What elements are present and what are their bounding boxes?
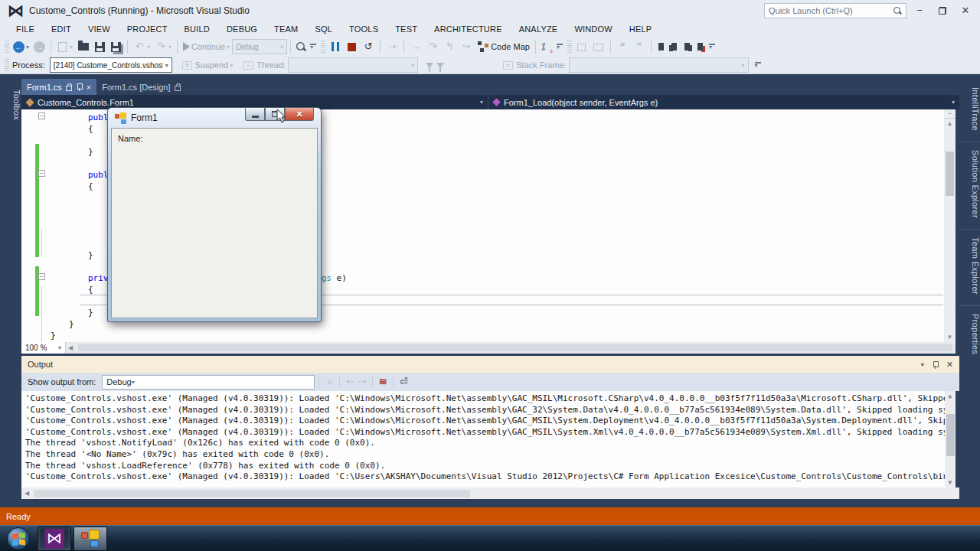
undo-button[interactable]: ↶▾ [131, 38, 152, 55]
scroll-up-icon[interactable]: ▲ [945, 391, 956, 401]
close-button[interactable]: ✕ [956, 2, 975, 19]
step-over-button[interactable]: ↷ [424, 38, 441, 55]
scroll-down-icon[interactable]: ▼ [944, 332, 956, 342]
close-tab-icon[interactable]: × [87, 83, 91, 92]
output-log[interactable]: 'Custome_Controls.vshost.exe' (Managed (… [21, 391, 956, 487]
show-next-statement-button[interactable]: ⇢ [384, 38, 400, 55]
taskbar-form1-app[interactable] [74, 527, 107, 551]
code-map-button[interactable]: Code Map [475, 38, 532, 55]
navigate-forward-button[interactable]: → [31, 38, 47, 55]
indent-button[interactable] [573, 38, 590, 55]
close-panel-icon[interactable]: ✕ [946, 360, 953, 370]
next-bookmark-button[interactable] [681, 38, 694, 55]
tab-form1-cs-design[interactable]: Form1.cs [Design] [96, 79, 185, 95]
stop-debugging-button[interactable] [344, 38, 360, 55]
menu-build[interactable]: BUILD [176, 24, 218, 34]
toolbar-overflow-icon[interactable] [709, 42, 716, 51]
editor-zoom-dropdown[interactable]: 100 % ▾ [21, 342, 66, 354]
filter-flagged-threads-icon[interactable] [436, 63, 444, 68]
toolbar-overflow-icon[interactable] [557, 42, 564, 51]
output-source-dropdown[interactable]: Debug ▾ [102, 375, 315, 390]
form1-close-button[interactable]: ✕ [285, 108, 314, 121]
navigate-back-button[interactable]: ←▾ [11, 38, 31, 55]
outdent-button[interactable] [590, 38, 607, 55]
thread-dropdown[interactable]: ▾ [288, 57, 418, 73]
pin-icon[interactable] [76, 83, 83, 91]
taskbar-visual-studio[interactable]: ⋈ [38, 527, 71, 551]
previous-message-icon[interactable]: ⇠ [344, 376, 356, 388]
toolbar-grip[interactable] [5, 41, 9, 53]
clear-all-icon[interactable]: ≋ [377, 376, 389, 388]
menu-tools[interactable]: TOOLS [341, 24, 387, 34]
save-button[interactable] [92, 38, 108, 55]
menu-test[interactable]: TEST [387, 24, 426, 34]
scroll-down-icon[interactable]: ▼ [945, 478, 956, 487]
run-to-cursor-button[interactable]: ↪ [458, 38, 475, 55]
menu-view[interactable]: VIEW [80, 24, 119, 34]
sidebar-tab-team-explorer[interactable]: Team Explorer [959, 229, 980, 302]
auto-hide-pin-icon[interactable] [932, 360, 939, 369]
minimize-button[interactable]: − [910, 2, 929, 19]
scroll-left-icon[interactable]: ◀ [66, 343, 75, 353]
menu-debug[interactable]: DEBUG [218, 24, 266, 34]
sidebar-tab-toolbox[interactable]: Toolbox [0, 82, 21, 128]
restore-button[interactable] [933, 2, 952, 19]
menu-sql[interactable]: SQL [306, 24, 341, 34]
splitter-handle[interactable]: ÷ [944, 109, 956, 119]
sidebar-tab-intellitrace[interactable]: IntelliTrace [959, 80, 980, 139]
tab-form1-cs[interactable]: Form1.cs × [21, 79, 96, 95]
suspend-button[interactable]: ↯Suspend▾ [178, 57, 235, 73]
toolbar-grip[interactable] [321, 41, 325, 53]
comment-button[interactable]: ❝ [614, 38, 631, 55]
start-button[interactable] [7, 527, 30, 550]
clear-bookmarks-button[interactable] [694, 38, 707, 55]
new-item-button[interactable]: ▾ [54, 38, 75, 55]
continue-button[interactable]: Continue▾ [181, 38, 232, 55]
menu-project[interactable]: PROJECT [119, 24, 176, 34]
sidebar-tab-properties[interactable]: Properties [959, 305, 980, 362]
scroll-up-icon[interactable]: ▲ [944, 119, 956, 129]
menu-file[interactable]: FILE [8, 24, 43, 34]
restart-button[interactable]: ↺ [360, 38, 377, 55]
toolbar-overflow-icon[interactable] [755, 60, 762, 70]
previous-bookmark-button[interactable] [668, 38, 681, 55]
menu-analyze[interactable]: ANALYZE [511, 24, 567, 34]
quick-launch-input[interactable]: Quick Launch (Ctrl+Q) [764, 3, 906, 18]
toolbar-grip[interactable] [5, 59, 9, 71]
menu-architecture[interactable]: ARCHITECTURE [426, 24, 511, 34]
scrollbar-thumb[interactable] [946, 414, 955, 456]
members-dropdown[interactable]: Form1_Load(object sender, EventArgs e) ▾ [488, 95, 959, 109]
form1-minimize-button[interactable] [245, 108, 265, 121]
output-horizontal-scrollbar[interactable]: ◀ [21, 487, 959, 499]
menu-team[interactable]: TEAM [266, 24, 306, 34]
toggle-bookmark-button[interactable] [655, 38, 668, 55]
find-in-files-button[interactable] [294, 38, 308, 55]
next-message-icon[interactable]: ⇢ [356, 376, 368, 388]
debug-target-dropdown[interactable]: Debug▾ [232, 39, 287, 54]
scrollbar-thumb[interactable] [34, 490, 470, 497]
step-into-button[interactable]: → [407, 38, 424, 55]
break-all-button[interactable] [327, 38, 344, 55]
toggle-word-wrap-icon[interactable]: ⏎ [397, 376, 410, 388]
save-all-button[interactable] [108, 38, 124, 55]
output-vertical-scrollbar[interactable]: ▲ ▼ [945, 391, 956, 487]
menu-edit[interactable]: EDIT [43, 24, 80, 34]
toolbar-overflow-icon[interactable] [310, 42, 317, 51]
uncomment-button[interactable]: ❞ [631, 38, 648, 55]
window-position-icon[interactable]: ▾ [921, 361, 924, 368]
breakpoint-settings-button[interactable] [539, 38, 554, 55]
stack-frame-dropdown[interactable]: ▾ [569, 57, 749, 73]
menu-window[interactable]: WINDOW [566, 24, 620, 34]
menu-help[interactable]: HELP [621, 24, 661, 34]
toolbar-grip[interactable] [567, 41, 572, 53]
open-file-button[interactable] [75, 38, 92, 55]
redo-button[interactable]: ↷▾ [152, 38, 174, 55]
output-panel-header[interactable]: Output ▾ ✕ [21, 356, 959, 373]
step-out-button[interactable]: ↰ [441, 38, 458, 55]
scrollbar-thumb[interactable] [946, 152, 954, 196]
editor-vertical-scrollbar[interactable]: ÷ ▲ ▼ [944, 109, 956, 342]
scroll-left-icon[interactable]: ◀ [21, 488, 32, 498]
process-dropdown[interactable]: [2140] Custome_Controls.vshost.e▾ [50, 57, 172, 73]
scrollbar-thumb[interactable] [78, 344, 952, 351]
form1-window[interactable]: Form1 ✕ Name: [107, 107, 322, 322]
